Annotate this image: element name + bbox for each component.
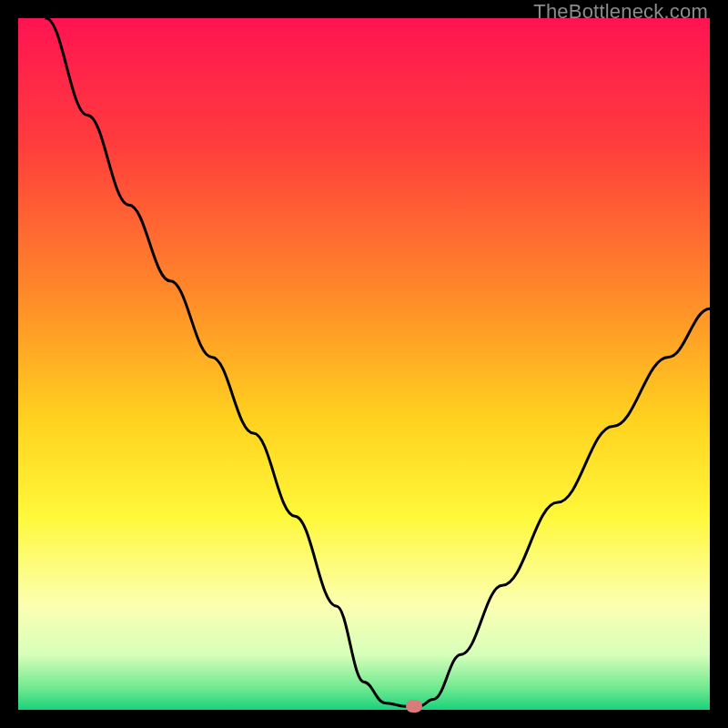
optimum-marker (406, 700, 422, 713)
chart-svg (18, 18, 710, 710)
gradient-background (18, 18, 710, 710)
watermark-label: TheBottleneck.com (533, 0, 708, 24)
